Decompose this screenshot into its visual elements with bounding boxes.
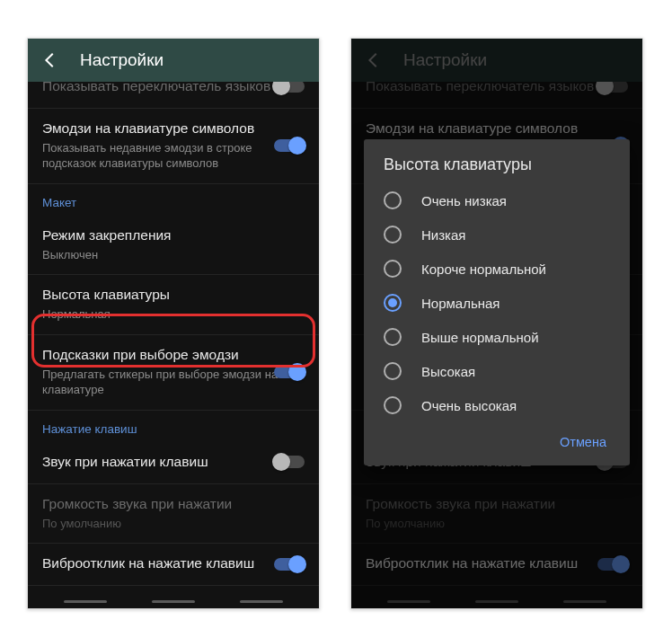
cancel-button[interactable]: Отмена bbox=[553, 430, 614, 455]
item-title: Показывать переключатель языков bbox=[42, 82, 305, 96]
height-option[interactable]: Низкая bbox=[364, 217, 630, 252]
item-emoji-sym[interactable]: Эмодзи на клавиатуре символов Показывать… bbox=[28, 108, 319, 183]
dialog-options: Очень низкаяНизкаяКороче нормальнойНорма… bbox=[364, 183, 630, 422]
item-emoji-sugg[interactable]: Подсказки при выборе эмодзи Предлагать с… bbox=[28, 334, 319, 410]
radio-icon bbox=[384, 294, 402, 312]
item-title: Режим закрепления bbox=[42, 226, 305, 245]
height-option[interactable]: Очень высокая bbox=[364, 388, 630, 422]
item-sub: Предлагать стикеры при выборе эмодзи на … bbox=[42, 367, 305, 398]
item-sub: По умолчанию bbox=[42, 516, 305, 532]
radio-icon bbox=[384, 362, 402, 380]
option-label: Очень низкая bbox=[421, 193, 507, 208]
phone-left: Настройки Показывать переключатель языко… bbox=[27, 38, 320, 609]
item-lang-switch[interactable]: Показывать переключатель языков bbox=[28, 82, 319, 108]
height-option[interactable]: Очень низкая bbox=[364, 183, 630, 217]
toggle-emoji-sugg[interactable] bbox=[274, 363, 305, 381]
radio-icon bbox=[384, 260, 402, 278]
height-option[interactable]: Высокая bbox=[364, 354, 630, 388]
radio-icon bbox=[384, 328, 402, 346]
toggle-haptic[interactable] bbox=[274, 555, 305, 573]
appbar: Настройки bbox=[28, 39, 319, 82]
item-title: Подсказки при выборе эмодзи bbox=[42, 346, 305, 365]
toggle-sound[interactable] bbox=[274, 453, 305, 471]
toggle-lang-switch[interactable] bbox=[274, 82, 305, 95]
option-label: Выше нормальной bbox=[421, 330, 539, 345]
settings-scroll[interactable]: Показывать переключатель языков Эмодзи н… bbox=[28, 82, 319, 608]
item-title: Виброотклик на нажатие клавиш bbox=[42, 554, 305, 573]
appbar-title: Настройки bbox=[403, 50, 487, 70]
option-label: Короче нормальной bbox=[421, 261, 546, 277]
item-title: Высота клавиатуры bbox=[42, 286, 305, 305]
option-label: Нормальная bbox=[421, 296, 500, 311]
back-icon[interactable] bbox=[40, 50, 60, 70]
option-label: Высокая bbox=[421, 364, 475, 379]
toggle-emoji-sym[interactable] bbox=[274, 137, 305, 155]
item-sound[interactable]: Звук при нажатии клавиш bbox=[28, 441, 319, 483]
radio-icon bbox=[384, 396, 402, 414]
height-option[interactable]: Нормальная bbox=[364, 286, 630, 320]
item-title: Эмодзи на клавиатуре символов bbox=[42, 120, 305, 138]
item-sub: Показывать недавние эмодзи в строке подс… bbox=[42, 140, 305, 172]
keyboard-height-dialog: Высота клавиатуры Очень низкаяНизкаяКоро… bbox=[364, 139, 630, 465]
navbar bbox=[351, 594, 642, 608]
item-title: Звук при нажатии клавиш bbox=[42, 453, 305, 472]
option-label: Низкая bbox=[421, 227, 465, 243]
height-option[interactable]: Выше нормальной bbox=[364, 320, 630, 354]
navbar bbox=[28, 594, 319, 608]
height-option[interactable]: Короче нормальной bbox=[364, 252, 630, 286]
radio-icon bbox=[384, 226, 402, 244]
option-label: Очень высокая bbox=[421, 398, 517, 413]
appbar: Настройки bbox=[351, 39, 642, 82]
back-icon bbox=[364, 50, 384, 70]
section-layout: Макет bbox=[28, 183, 319, 215]
item-volume: Громкость звука при нажатии По умолчанию bbox=[28, 483, 319, 543]
item-title: Громкость звука при нажатии bbox=[42, 495, 305, 514]
dialog-title: Высота клавиатуры bbox=[364, 155, 630, 183]
appbar-title: Настройки bbox=[80, 50, 164, 70]
item-keyboard-height[interactable]: Высота клавиатуры Нормальная bbox=[28, 274, 319, 333]
phone-right: Настройки Показывать переключатель языко… bbox=[350, 38, 643, 609]
radio-icon bbox=[384, 191, 402, 209]
item-dock[interactable]: Режим закрепления Выключен bbox=[28, 215, 319, 274]
item-sub: Выключен bbox=[42, 247, 305, 263]
item-sub: Нормальная bbox=[42, 306, 305, 323]
dialog-actions: Отмена bbox=[364, 422, 630, 460]
item-haptic[interactable]: Виброотклик на нажатие клавиш bbox=[28, 543, 319, 585]
section-keypress: Нажатие клавиш bbox=[28, 410, 319, 441]
